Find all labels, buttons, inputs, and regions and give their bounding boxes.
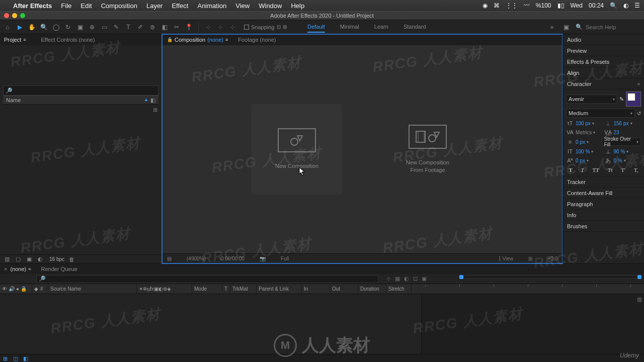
project-tab[interactable]: Project ≡	[4, 37, 26, 43]
zoom-tool[interactable]: 🔍	[39, 23, 48, 32]
workspace-standard[interactable]: Standard	[404, 22, 426, 33]
snap-opt2-icon[interactable]: ⊞	[283, 24, 287, 30]
camera-tool[interactable]: ▣	[75, 23, 85, 32]
label-col-icon[interactable]: ◧	[150, 97, 155, 104]
workspace-default[interactable]: Default	[307, 22, 325, 33]
record-icon[interactable]: ◉	[482, 2, 488, 9]
switch-icon[interactable]: fx	[150, 286, 154, 292]
panel-effects-presets[interactable]: Effects & Presets	[563, 56, 644, 67]
local-axis-icon[interactable]: ⊹	[204, 23, 213, 32]
menu-effect[interactable]: Effect	[172, 2, 188, 10]
effect-controls-tab[interactable]: Effect Controls (none)	[41, 37, 95, 43]
panel-info[interactable]: Info	[563, 210, 644, 221]
eyedropper-icon[interactable]: ✎	[619, 96, 624, 103]
col-name[interactable]: Name	[6, 97, 21, 103]
panel-tracker[interactable]: Tracker	[563, 176, 644, 188]
faux-italic-button[interactable]: T	[581, 167, 584, 173]
smallcaps-button[interactable]: Tt	[608, 167, 613, 173]
menu-layer[interactable]: Layer	[146, 2, 163, 10]
swap-color-icon[interactable]: ↺	[637, 111, 641, 116]
sort-icon[interactable]: ▲	[144, 97, 148, 104]
solo-toggle-icon[interactable]: ●	[16, 286, 19, 292]
panel-menu-icon[interactable]: ≡	[28, 266, 31, 272]
world-axis-icon[interactable]: ⊹	[216, 23, 225, 32]
new-composition-button[interactable]: New Composition	[252, 104, 342, 195]
nav-end-handle[interactable]	[637, 275, 641, 279]
fill-stroke-color[interactable]	[626, 92, 641, 107]
timeline-search[interactable]: 🔎	[36, 275, 378, 283]
panel-paragraph[interactable]: Paragraph	[563, 199, 644, 210]
menu-animation[interactable]: Animation	[197, 2, 226, 10]
close-tab-icon[interactable]: ×	[4, 266, 7, 272]
folder-icon[interactable]: ▢	[14, 256, 22, 263]
switch-icon[interactable]: ◐	[158, 286, 163, 292]
rectangle-tool[interactable]: ▭	[100, 23, 109, 32]
switch-icon[interactable]: ✲	[143, 286, 147, 292]
mode-col[interactable]: Mode	[192, 284, 222, 294]
nav-start-handle[interactable]	[459, 275, 463, 279]
workspace-extra-icon[interactable]: ▣	[561, 23, 571, 32]
viewer-views[interactable]: 1 View	[498, 256, 513, 261]
graph-editor-icon[interactable]: ▥	[637, 296, 642, 303]
switch-icon[interactable]: ◈	[167, 286, 171, 292]
panel-align[interactable]: Align	[563, 67, 644, 78]
faux-bold-button[interactable]: T	[569, 167, 572, 173]
stroke-mode-select[interactable]: Stroke Over Fill▾	[602, 138, 641, 146]
toggle-switches-icon[interactable]: ⊞	[3, 355, 9, 361]
menu-view[interactable]: View	[235, 2, 250, 10]
project-flow-icon[interactable]: ⊞	[153, 107, 157, 113]
parent-col[interactable]: Parent & Link	[257, 284, 302, 294]
toggle-modes-icon[interactable]: ◫	[13, 355, 19, 361]
audio-toggle-icon[interactable]: 🔊	[9, 286, 15, 292]
menu-help[interactable]: Help	[291, 2, 304, 10]
home-icon[interactable]: ⌂	[3, 23, 12, 32]
comp-icon[interactable]: ▣	[25, 256, 33, 263]
font-style-select[interactable]: Medium▾	[566, 109, 635, 118]
baseline-value[interactable]: 0 px	[576, 158, 585, 163]
panel-menu-icon[interactable]: ≡	[637, 81, 640, 86]
kerning-value[interactable]: Metrics	[576, 130, 592, 135]
viewer-snapshot-icon[interactable]: 📷	[260, 256, 266, 261]
viewer-3d-icon[interactable]: ⊞	[528, 256, 532, 261]
font-size-value[interactable]: 100 px	[576, 121, 591, 126]
roto-tool[interactable]: ✂	[172, 23, 181, 32]
viewer-zoom[interactable]: (4900%)	[187, 256, 206, 261]
vscale-value[interactable]: 100 %	[576, 149, 590, 154]
out-col[interactable]: Out	[330, 284, 358, 294]
wifi-icon[interactable]: ⋮⋮	[506, 2, 518, 9]
pen-tool[interactable]: ✎	[112, 23, 121, 32]
project-search[interactable]: 🔎	[3, 85, 158, 96]
switch-icon[interactable]: ✶	[139, 286, 143, 292]
stretch-col[interactable]: Stretch	[386, 284, 412, 294]
snap-opt1-icon[interactable]: ⊡	[277, 24, 281, 30]
tl-opt-icon[interactable]: ⊹	[386, 276, 391, 282]
timeline-tracks-area[interactable]: ▥	[422, 294, 644, 354]
search-help-input[interactable]	[586, 24, 641, 30]
duration-col[interactable]: Duration	[358, 284, 386, 294]
app-name[interactable]: After Effects	[13, 2, 52, 10]
cc-icon[interactable]: ⌘	[494, 2, 500, 9]
workspace-overflow-icon[interactable]: »	[547, 23, 556, 32]
composition-tab[interactable]: 🔒 Composition (none) ≡	[167, 37, 228, 43]
clone-tool[interactable]: ⊚	[148, 23, 157, 32]
tsume-value[interactable]: 0 %	[614, 158, 622, 163]
menu-window[interactable]: Window	[259, 2, 282, 10]
workspace-minimal[interactable]: Minimal	[340, 22, 359, 33]
viewer-mag-icon[interactable]: ▤	[167, 256, 172, 261]
wifi-signal-icon[interactable]: 〰	[524, 2, 530, 9]
viewer-time[interactable]: 0:00:00:00	[221, 256, 245, 261]
panel-audio[interactable]: Audio	[563, 34, 644, 45]
switch-icon[interactable]: ▣	[154, 286, 158, 292]
bpc-label[interactable]: 16 bpc	[49, 256, 64, 262]
source-name-col[interactable]: Source Name	[48, 284, 137, 294]
notifications-icon[interactable]: ☰	[634, 2, 640, 9]
rotate-tool[interactable]: ↻	[63, 23, 72, 32]
num-icon[interactable]: #	[40, 286, 43, 292]
hscale-value[interactable]: 90 %	[614, 149, 625, 154]
snapping-group[interactable]: Snapping ⊡ ⊞	[244, 24, 287, 30]
in-col[interactable]: In	[302, 284, 330, 294]
stroke-width-value[interactable]: 0 px	[576, 139, 585, 145]
tl-opt-icon[interactable]: ⊡	[413, 276, 418, 282]
toggle-inout-icon[interactable]: ◧	[23, 355, 29, 361]
viewer-resolution[interactable]: Full	[281, 256, 289, 261]
